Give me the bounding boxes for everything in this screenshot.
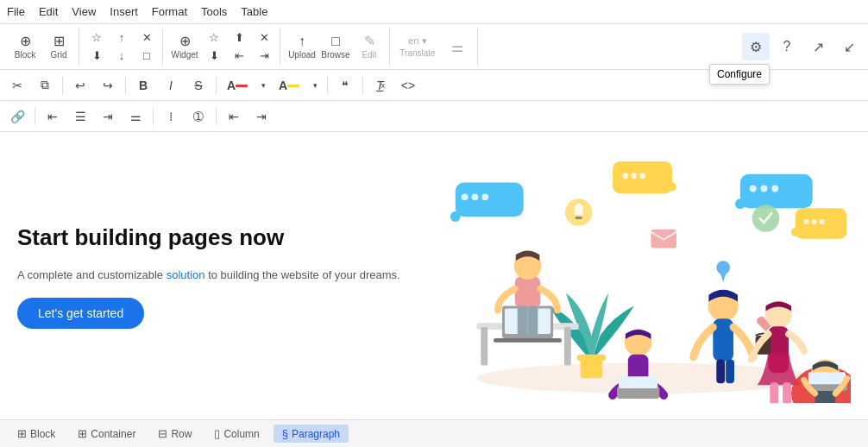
- italic-icon: I: [169, 79, 173, 92]
- sep-1: [62, 77, 63, 94]
- strikethrough-button[interactable]: S: [186, 73, 211, 98]
- link-button[interactable]: 🔗: [5, 104, 29, 129]
- cut-button[interactable]: ✂: [5, 73, 29, 98]
- bullet-list-button[interactable]: ⁞: [159, 104, 183, 129]
- close-btn-2[interactable]: ✕: [252, 29, 276, 47]
- status-column-label: Column: [223, 428, 259, 440]
- move-up-btn[interactable]: ↑: [110, 29, 134, 47]
- status-paragraph[interactable]: § Paragraph: [274, 425, 349, 443]
- redo-button[interactable]: ↪: [96, 73, 120, 98]
- svg-rect-30: [564, 327, 571, 365]
- help-button[interactable]: ?: [773, 33, 801, 60]
- down-arrow-icon: ↓: [119, 49, 125, 62]
- svg-rect-57: [808, 372, 846, 384]
- copy-icon: ⧉: [41, 78, 49, 92]
- align-bottom-btn[interactable]: ⬇: [202, 47, 226, 65]
- italic-button[interactable]: I: [159, 73, 183, 98]
- sep-2: [125, 77, 126, 94]
- svg-point-3: [462, 193, 469, 200]
- svg-rect-29: [481, 327, 487, 365]
- browse-button[interactable]: □ Browse: [319, 28, 352, 66]
- svg-point-5: [481, 193, 488, 200]
- menu-table[interactable]: Table: [241, 5, 267, 18]
- configure-container: ⚙ Configure: [742, 33, 770, 60]
- cta-button[interactable]: Let's get started: [17, 298, 144, 329]
- svg-rect-44: [617, 387, 659, 399]
- align-top-icon: ⬆: [235, 31, 244, 44]
- widget-button[interactable]: ⊕ Widget: [168, 28, 201, 66]
- edit-button[interactable]: ✎ Edit: [353, 28, 386, 66]
- undo-button[interactable]: ↩: [68, 73, 92, 98]
- shrink-icon: ↙: [844, 39, 855, 55]
- menu-tools[interactable]: Tools: [201, 5, 227, 18]
- status-paragraph-label: Paragraph: [292, 428, 340, 440]
- star-btn-2[interactable]: ☆: [202, 29, 226, 47]
- status-row[interactable]: ⊟ Row: [149, 425, 200, 443]
- clear-format-button[interactable]: T x: [368, 73, 393, 98]
- content-area: Start building pages now A complete and …: [0, 132, 868, 420]
- alignment-toolbar: 🔗 ⇤ ☰ ⇥ ⚌ ⁞ ➀ ⇤ ⇥: [0, 101, 868, 132]
- menu-insert[interactable]: Insert: [110, 5, 138, 18]
- format-btn-2[interactable]: ⇥: [252, 47, 276, 65]
- solution-link[interactable]: solution: [167, 268, 205, 281]
- widget-label: Widget: [171, 50, 198, 60]
- menu-file[interactable]: File: [7, 5, 25, 18]
- align-top-btn[interactable]: ⬆: [227, 29, 251, 47]
- sep-5: [362, 77, 363, 94]
- format-btn[interactable]: ⇤: [227, 47, 251, 65]
- svg-rect-50: [783, 382, 791, 403]
- copy-button[interactable]: ⧉: [33, 73, 57, 98]
- close-btn-1[interactable]: ✕: [135, 29, 159, 47]
- download-btn[interactable]: ⬇: [85, 47, 109, 65]
- indent-icon: ⇥: [256, 110, 267, 123]
- svg-point-25: [752, 205, 780, 232]
- equalizer-button[interactable]: ⚌: [441, 28, 474, 66]
- expand-button[interactable]: ↗: [804, 33, 832, 60]
- square-icon: □: [143, 49, 150, 62]
- grid-button[interactable]: ⊞ Grid: [42, 28, 75, 66]
- format-icon: ⇤: [235, 49, 244, 62]
- svg-rect-37: [528, 305, 538, 335]
- align-justify-button[interactable]: ⚌: [123, 104, 148, 129]
- align-right-button[interactable]: ⇥: [96, 104, 120, 129]
- download-icon: ⬇: [92, 49, 102, 62]
- outdent-button[interactable]: ⇤: [222, 104, 246, 129]
- align-center-button[interactable]: ☰: [68, 104, 92, 129]
- highlight-button[interactable]: A: [274, 73, 305, 98]
- cut-icon: ✂: [12, 79, 22, 92]
- blockquote-button[interactable]: ❝: [333, 73, 357, 98]
- indent-button[interactable]: ⇥: [249, 104, 274, 129]
- align-center-icon: ☰: [75, 110, 86, 123]
- align-left-button[interactable]: ⇤: [41, 104, 65, 129]
- content-right: [443, 149, 851, 403]
- translate-button[interactable]: en ▾ Translate: [395, 28, 440, 66]
- settings-button[interactable]: ⚙: [742, 33, 770, 60]
- bullet-list-icon: ⁞: [169, 110, 173, 123]
- subscript-x: x: [381, 81, 386, 90]
- square-btn[interactable]: □: [135, 47, 159, 65]
- star-btn-1[interactable]: ☆: [85, 29, 109, 47]
- status-column[interactable]: ▯ Column: [205, 425, 267, 443]
- text-color-dropdown[interactable]: ▾: [256, 73, 270, 98]
- status-row-label: Row: [171, 428, 192, 440]
- menu-edit[interactable]: Edit: [39, 5, 58, 18]
- sep-4: [327, 77, 328, 94]
- shrink-button[interactable]: ↙: [835, 33, 863, 60]
- widget-group: ⊕ Widget ☆ ⬆ ✕ ⬇ ⇤: [165, 28, 280, 66]
- bold-button[interactable]: B: [131, 73, 155, 98]
- move-down-btn[interactable]: ↓: [110, 47, 134, 65]
- text-color-button[interactable]: A: [222, 73, 253, 98]
- highlight-dropdown[interactable]: ▾: [308, 73, 322, 98]
- menu-view[interactable]: View: [72, 5, 96, 18]
- main-heading: Start building pages now: [17, 224, 425, 253]
- translate-label: Translate: [399, 48, 435, 58]
- status-block[interactable]: ⊞ Block: [9, 425, 64, 443]
- block-button[interactable]: ⊕ Block: [9, 28, 41, 66]
- menu-format[interactable]: Format: [152, 5, 187, 18]
- svg-rect-49: [770, 382, 778, 403]
- status-container[interactable]: ⊞ Container: [69, 425, 144, 443]
- ordered-list-button[interactable]: ➀: [186, 104, 211, 129]
- help-icon: ?: [783, 39, 791, 54]
- upload-button[interactable]: ↑ Upload: [286, 28, 318, 66]
- code-button[interactable]: <>: [396, 73, 420, 98]
